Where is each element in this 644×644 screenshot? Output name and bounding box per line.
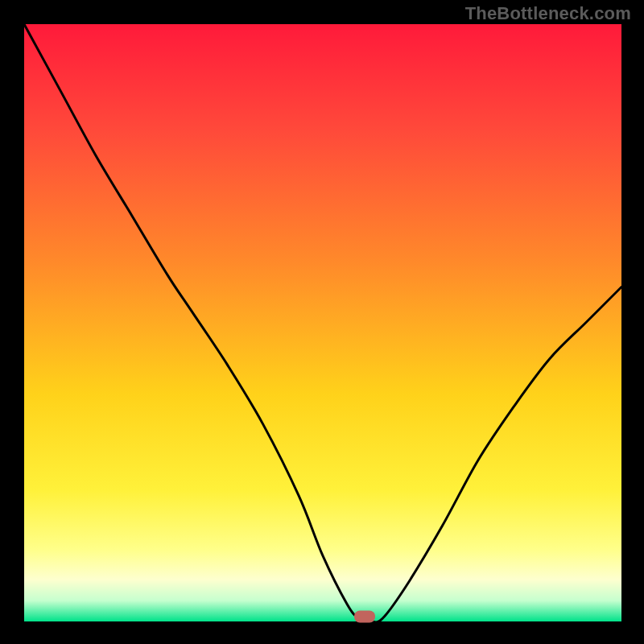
plot-area [24,24,621,621]
optimum-marker [354,611,375,623]
watermark-text: TheBottleneck.com [465,3,631,24]
plot-svg [24,24,621,621]
gradient-background [24,24,621,621]
chart-frame: TheBottleneck.com [0,0,644,644]
